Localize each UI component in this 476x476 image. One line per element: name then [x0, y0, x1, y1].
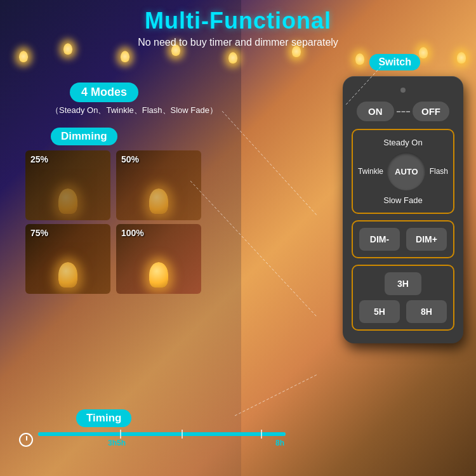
header: Multi-Functional No need to buy timer an… [0, 0, 476, 48]
steady-on-label: Steady On [383, 138, 422, 147]
dim-row: DIM- DIM+ [359, 228, 447, 251]
dim-plus-button[interactable]: DIM+ [406, 228, 447, 251]
auto-button[interactable]: AUTO [387, 152, 425, 190]
content-layer: Multi-Functional No need to buy timer an… [0, 0, 476, 476]
off-button[interactable]: OFF [413, 102, 449, 121]
tick-5h [182, 430, 183, 439]
flash-label: Flash [430, 167, 448, 176]
timing-section: Timing 3h 5h 8h [13, 409, 286, 447]
timer-8h-button[interactable]: 8H [406, 300, 447, 323]
main-title: Multi-Functional [0, 8, 476, 34]
timing-bar [38, 432, 286, 436]
dim-box: DIM- DIM+ [352, 220, 454, 258]
remote-indicator [400, 88, 406, 93]
label-25: 25% [30, 154, 48, 164]
tick-3h [120, 430, 121, 439]
photo-100: 100% [116, 224, 201, 294]
timer-box: 3H 5H 8H [352, 265, 454, 331]
dim-minus-button[interactable]: DIM- [359, 228, 400, 251]
label-100: 100% [121, 228, 144, 238]
on-button[interactable]: ON [357, 102, 394, 121]
photo-75: 75% [25, 224, 110, 294]
remote-control: ON OFF Steady On Twinkle AUTO Flash Slow… [343, 76, 463, 343]
label-50: 50% [121, 154, 139, 164]
dimming-badge: Dimming [51, 128, 117, 145]
tick-label-8h: 8h [275, 439, 284, 447]
tick-label-5h: 5h [117, 439, 126, 447]
photo-50: 50% [116, 150, 201, 220]
bulb-illust-100 [149, 262, 168, 288]
on-off-row: ON OFF [352, 102, 454, 121]
tick-8h [261, 430, 262, 439]
clock-icon [19, 433, 33, 447]
label-75: 75% [30, 228, 48, 238]
dimming-grid: 25% 50% 75% 100% [25, 150, 203, 294]
mode-middle-row: Twinkle AUTO Flash [358, 152, 448, 190]
timing-badge: Timing [76, 409, 131, 427]
timer-5h-button[interactable]: 5H [359, 300, 400, 323]
timer-row-1: 3H [359, 272, 447, 295]
timing-ticks: 3h 5h 8h [38, 439, 286, 447]
bulb-illust-50 [149, 188, 168, 214]
slow-fade-label: Slow Fade [383, 195, 422, 205]
dotted-separator [397, 111, 411, 112]
tick-label-3h: 3h [108, 439, 117, 447]
timing-bar-container: 3h 5h 8h [13, 432, 286, 447]
bulb-illust-25 [58, 188, 77, 214]
modes-box: Steady On Twinkle AUTO Flash Slow Fade [352, 129, 454, 214]
photo-25: 25% [25, 150, 110, 220]
timing-bar-fill [38, 432, 286, 436]
left-panel: 4 Modes （Steady On、Twinkle、Flash、Slow Fa… [13, 83, 292, 294]
modes-description: （Steady On、Twinkle、Flash、Slow Fade） [51, 105, 292, 116]
timer-3h-button[interactable]: 3H [385, 272, 421, 295]
timer-grid: 3H 5H 8H [359, 272, 447, 323]
timer-row-2: 5H 8H [359, 300, 447, 323]
modes-inner: Steady On Twinkle AUTO Flash Slow Fade [358, 138, 448, 205]
switch-badge: Switch [369, 54, 420, 70]
modes-badge: 4 Modes [70, 83, 138, 102]
twinkle-label: Twinkle [358, 167, 383, 176]
subtitle: No need to buy timer and dimmer separate… [0, 37, 476, 48]
bulb-illust-75 [58, 262, 77, 288]
